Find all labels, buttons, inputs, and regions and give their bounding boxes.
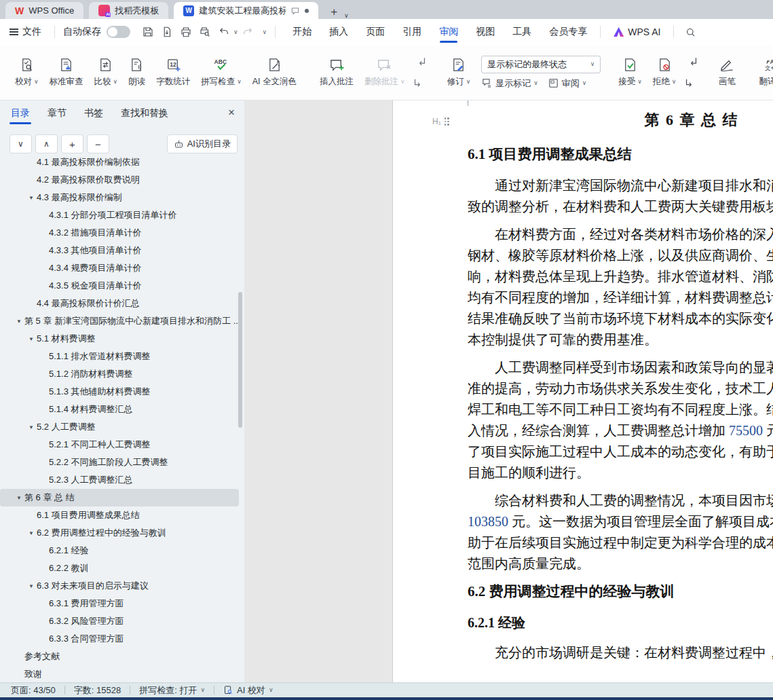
text-line[interactable]: 了项目实际施工过程中人工成本的动态变化，有助于合理安排人: [393, 441, 773, 462]
text-line[interactable]: 入情况，经综合测算，人工费调整总计增加 75500 元。这一调: [393, 420, 773, 441]
tab-wps-office[interactable]: W WPS Office: [5, 2, 83, 19]
previous-comment-button[interactable]: [412, 55, 428, 70]
text-line[interactable]: 人工费调整同样受到市场因素和政策导向的显著影响。随着: [393, 357, 773, 378]
spell-check-button[interactable]: ABC 拼写检查∨: [195, 54, 247, 90]
text-line[interactable]: 响，材料费总体呈现上升趋势。排水管道材料、消防材料以及其: [393, 266, 773, 287]
delete-comment-button[interactable]: 删除批注∨: [359, 54, 411, 90]
toc-item[interactable]: 6.2.1 经验: [0, 542, 239, 559]
text-line[interactable]: 钢材、橡胶等原材料价格上涨，以及供应商调价、生产厂家提高: [393, 245, 773, 266]
tab-list-chevron-icon[interactable]: ∨: [344, 12, 349, 19]
toc-item[interactable]: 5.2.1 不同工种人工费调整: [0, 436, 239, 454]
tab-active-document[interactable]: W 建筑安装工程最高投标限价编: [174, 2, 318, 19]
sidebar-tab-sections[interactable]: 章节: [46, 101, 68, 126]
menu-tools[interactable]: 工具: [504, 19, 540, 45]
undo-button[interactable]: [214, 23, 233, 41]
menu-view[interactable]: 视图: [467, 19, 504, 45]
wps-ai-button[interactable]: WPS AI: [605, 19, 669, 45]
toc-item[interactable]: ▼6.2 费用调整过程中的经验与教训: [0, 524, 239, 542]
word-count-indicator[interactable]: 字数: 15528: [74, 684, 121, 697]
toc-expand-arrow-icon[interactable]: ▼: [26, 195, 37, 201]
text-line[interactable]: 103850 元。这一数据为项目管理层全面了解项目成本变化提供: [393, 511, 773, 532]
menu-page[interactable]: 页面: [357, 19, 394, 45]
next-change-button[interactable]: [683, 75, 699, 90]
toc-expand-arrow-icon[interactable]: ▼: [26, 583, 37, 589]
sidebar-tab-find-replace[interactable]: 查找和替换: [119, 101, 170, 126]
toc-item[interactable]: 5.1.3 其他辅助材料费调整: [0, 383, 239, 401]
insert-comment-button[interactable]: 插入批注: [314, 54, 359, 90]
text-line[interactable]: 本控制提供了可靠的费用基准。: [393, 329, 773, 350]
compare-button[interactable]: 比较∨: [89, 54, 124, 90]
toc-item[interactable]: ▼第 6 章 总 结: [0, 489, 239, 506]
menu-insert[interactable]: 插入: [320, 19, 357, 45]
redo-button[interactable]: [238, 23, 257, 41]
toc-item[interactable]: 4.3.5 税金项目清单计价: [0, 277, 239, 295]
spellcheck-indicator[interactable]: 拼写检查: 打开 ∨: [139, 684, 205, 697]
menu-start[interactable]: 开始: [284, 19, 320, 45]
toc-item[interactable]: 4.3.3 其他项目清单计价: [0, 242, 239, 259]
text-line[interactable]: 助于在后续项目实施过程中制定更为科学合理的成本控制策略，: [393, 532, 773, 553]
section-heading[interactable]: 6.2 费用调整过程中的经验与教训: [393, 581, 773, 602]
review-pane-button[interactable]: 审阅 ∨: [548, 77, 587, 90]
tab-docer-templates[interactable]: AI 找稻壳模板: [89, 2, 168, 19]
toc-item[interactable]: 4.2 最高投标限价取费说明: [0, 171, 239, 189]
ai-recognize-toc-button[interactable]: AI识别目录: [167, 134, 238, 153]
menu-reference[interactable]: 引用: [394, 19, 430, 45]
text-line[interactable]: 均有不同程度的增加，经详细计算，材料费调整总计增加 2835: [393, 287, 773, 308]
text-line[interactable]: 范围内高质量完成。: [393, 553, 773, 574]
toc-expand-arrow-icon[interactable]: ▼: [26, 530, 37, 536]
print-preview-button[interactable]: [195, 23, 214, 41]
toc-expand-arrow-icon[interactable]: ▼: [26, 336, 37, 342]
text-line[interactable]: 综合材料费和人工费的调整情况，本项目因市场因素导致: [393, 490, 773, 511]
next-comment-button[interactable]: [412, 75, 428, 90]
text-line[interactable]: 致的调整分析，在材料费和人工费两大关键费用板块取得了明确: [393, 196, 773, 217]
accept-button[interactable]: 接受∨: [613, 54, 647, 90]
toc-item[interactable]: 5.1.2 消防材料费调整: [0, 365, 239, 383]
toc-item[interactable]: 4.3.1 分部分项工程项目清单计价: [0, 206, 239, 224]
toc-expand-arrow-icon[interactable]: ▼: [14, 318, 24, 325]
word-count-button[interactable]: 12 字数统计: [151, 54, 195, 90]
toc-item[interactable]: 参考文献: [0, 648, 239, 665]
zoom-in-button[interactable]: +: [61, 134, 83, 153]
undo-caret-icon[interactable]: ∨: [233, 29, 238, 35]
expand-all-button[interactable]: ∧: [35, 134, 58, 153]
section-heading[interactable]: 6.2.1 经验: [393, 612, 773, 633]
toc-item[interactable]: 5.1.1 排水管道材料费调整: [0, 348, 239, 365]
section-heading[interactable]: 6.1 项目费用调整成果总结: [393, 144, 773, 164]
toc-item[interactable]: 5.2.2 不同施工阶段人工费调整: [0, 454, 239, 471]
text-line[interactable]: 通过对新津宝湾国际物流中心新建项目排水和消防工程费: [393, 175, 773, 196]
standard-review-button[interactable]: 标准审查: [44, 54, 89, 90]
toc-item[interactable]: 4.1 最高投标限价编制依据: [0, 158, 239, 171]
sidebar-tab-contents[interactable]: 目录: [10, 101, 31, 126]
text-line[interactable]: 结果准确反映了当前市场环境下材料成本的实际变化，为项目后: [393, 308, 773, 329]
close-sidebar-icon[interactable]: ×: [228, 106, 235, 119]
page-indicator[interactable]: 页面: 43/50: [11, 684, 56, 697]
toc-item[interactable]: 致谢: [0, 665, 239, 682]
proofread-button[interactable]: 校对∨: [10, 54, 44, 90]
toc-item[interactable]: 5.2.3 人工费调整汇总: [0, 471, 239, 489]
heading-drag-handle[interactable]: H₁: [432, 117, 449, 126]
toc-item[interactable]: 4.3.4 规费项目清单计价: [0, 259, 239, 277]
chapter-heading[interactable]: 第 6 章 总 结: [393, 110, 773, 130]
search-button[interactable]: [681, 23, 700, 41]
zoom-out-button[interactable]: −: [87, 134, 109, 153]
sidebar-tab-bookmarks[interactable]: 书签: [83, 101, 105, 126]
pen-button[interactable]: 画笔: [713, 54, 741, 90]
toc-item[interactable]: 4.4 最高投标限价计价汇总: [0, 295, 239, 312]
text-line[interactable]: 目施工的顺利进行。: [393, 462, 773, 483]
more-commands-chevron-icon[interactable]: ∨: [263, 29, 267, 35]
collapse-all-button[interactable]: ∨: [10, 134, 32, 153]
menu-review[interactable]: 审阅: [430, 19, 467, 45]
new-tab-button[interactable]: +: [328, 5, 340, 19]
toc-expand-arrow-icon[interactable]: ▼: [26, 424, 37, 430]
previous-change-button[interactable]: [683, 55, 699, 70]
menu-member[interactable]: 会员专享: [540, 19, 596, 45]
print-button[interactable]: [176, 23, 195, 41]
export-pdf-button[interactable]: [157, 23, 176, 41]
toc-item[interactable]: ▼5.1 材料费调整: [0, 330, 239, 348]
toc-item[interactable]: 6.3.1 费用管理方面: [0, 595, 239, 612]
toc-item[interactable]: ▼第 5 章 新津宝湾国际物流中心新建项目排水和消防工 ...: [0, 312, 239, 330]
toc-item[interactable]: 4.3.2 措施项目清单计价: [0, 224, 239, 242]
sidebar-scrollbar[interactable]: [238, 292, 242, 428]
toc-item[interactable]: 6.3.3 合同管理方面: [0, 630, 239, 648]
text-line[interactable]: 焊工和电工等不同工种日工资均有不同程度上涨。结合不同施工: [393, 399, 773, 420]
